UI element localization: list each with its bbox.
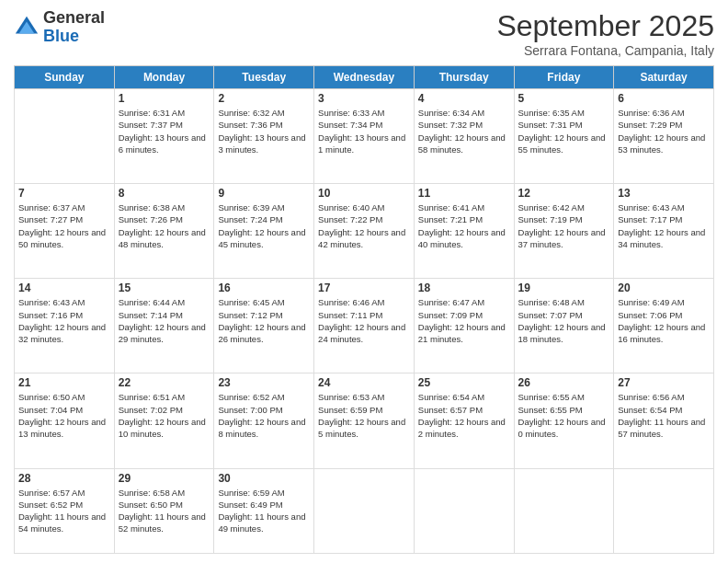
- calendar-cell: 12Sunrise: 6:42 AM Sunset: 7:19 PM Dayli…: [514, 184, 614, 279]
- day-number: 28: [18, 472, 110, 485]
- day-number: 9: [218, 187, 310, 200]
- cell-content: Sunrise: 6:32 AM Sunset: 7:36 PM Dayligh…: [218, 107, 310, 155]
- calendar-table: Sunday Monday Tuesday Wednesday Thursday…: [14, 65, 714, 554]
- calendar-cell: 18Sunrise: 6:47 AM Sunset: 7:09 PM Dayli…: [414, 279, 514, 373]
- cell-content: Sunrise: 6:54 AM Sunset: 6:57 PM Dayligh…: [418, 391, 510, 440]
- logo-text: General Blue: [43, 9, 105, 46]
- day-number: 22: [119, 376, 210, 389]
- calendar-cell: 2Sunrise: 6:32 AM Sunset: 7:36 PM Daylig…: [214, 89, 314, 184]
- cell-content: Sunrise: 6:57 AM Sunset: 6:52 PM Dayligh…: [18, 487, 110, 535]
- col-wednesday: Wednesday: [314, 66, 415, 89]
- day-number: 2: [218, 92, 310, 105]
- calendar-cell: 8Sunrise: 6:38 AM Sunset: 7:26 PM Daylig…: [114, 184, 214, 279]
- day-number: 6: [618, 92, 710, 105]
- page: General Blue September 2025 Serrara Font…: [0, 0, 728, 563]
- calendar-cell: 17Sunrise: 6:46 AM Sunset: 7:11 PM Dayli…: [314, 279, 415, 373]
- day-number: 16: [218, 282, 310, 294]
- cell-content: Sunrise: 6:52 AM Sunset: 7:00 PM Dayligh…: [218, 391, 310, 440]
- calendar-cell: 13Sunrise: 6:43 AM Sunset: 7:17 PM Dayli…: [614, 184, 714, 279]
- day-number: 24: [318, 376, 410, 389]
- calendar-cell: 11Sunrise: 6:41 AM Sunset: 7:21 PM Dayli…: [414, 184, 514, 279]
- day-number: 7: [18, 187, 110, 200]
- day-number: 20: [618, 282, 710, 294]
- calendar-cell: 26Sunrise: 6:55 AM Sunset: 6:55 PM Dayli…: [514, 373, 614, 468]
- day-number: 8: [119, 187, 210, 200]
- cell-content: Sunrise: 6:38 AM Sunset: 7:26 PM Dayligh…: [119, 201, 210, 250]
- calendar-cell: 21Sunrise: 6:50 AM Sunset: 7:04 PM Dayli…: [15, 373, 115, 468]
- cell-content: Sunrise: 6:35 AM Sunset: 7:31 PM Dayligh…: [518, 107, 610, 155]
- calendar-cell: 29Sunrise: 6:58 AM Sunset: 6:50 PM Dayli…: [114, 468, 214, 554]
- cell-content: Sunrise: 6:53 AM Sunset: 6:59 PM Dayligh…: [318, 391, 410, 440]
- col-tuesday: Tuesday: [214, 66, 314, 89]
- day-number: 15: [119, 282, 210, 294]
- calendar-cell: 7Sunrise: 6:37 AM Sunset: 7:27 PM Daylig…: [15, 184, 115, 279]
- calendar-cell: 16Sunrise: 6:45 AM Sunset: 7:12 PM Dayli…: [214, 279, 314, 373]
- day-number: 3: [318, 92, 410, 105]
- calendar-cell: 10Sunrise: 6:40 AM Sunset: 7:22 PM Dayli…: [314, 184, 415, 279]
- logo-general: General: [43, 8, 105, 27]
- calendar-cell: [314, 468, 415, 554]
- cell-content: Sunrise: 6:44 AM Sunset: 7:14 PM Dayligh…: [119, 296, 210, 345]
- cell-content: Sunrise: 6:47 AM Sunset: 7:09 PM Dayligh…: [418, 296, 510, 345]
- cell-content: Sunrise: 6:48 AM Sunset: 7:07 PM Dayligh…: [518, 296, 610, 345]
- calendar-cell: 19Sunrise: 6:48 AM Sunset: 7:07 PM Dayli…: [514, 279, 614, 373]
- logo: General Blue: [14, 9, 105, 46]
- cell-content: Sunrise: 6:46 AM Sunset: 7:11 PM Dayligh…: [318, 296, 410, 345]
- cell-content: Sunrise: 6:39 AM Sunset: 7:24 PM Dayligh…: [218, 201, 310, 250]
- day-number: 18: [418, 282, 510, 294]
- calendar-cell: 5Sunrise: 6:35 AM Sunset: 7:31 PM Daylig…: [514, 89, 614, 184]
- calendar-week-2: 14Sunrise: 6:43 AM Sunset: 7:16 PM Dayli…: [15, 279, 714, 373]
- calendar-week-4: 28Sunrise: 6:57 AM Sunset: 6:52 PM Dayli…: [15, 468, 714, 554]
- cell-content: Sunrise: 6:50 AM Sunset: 7:04 PM Dayligh…: [18, 391, 110, 440]
- day-number: 26: [518, 376, 610, 389]
- day-number: 21: [18, 376, 110, 389]
- day-number: 29: [119, 472, 210, 485]
- calendar-week-0: 1Sunrise: 6:31 AM Sunset: 7:37 PM Daylig…: [15, 89, 714, 184]
- cell-content: Sunrise: 6:58 AM Sunset: 6:50 PM Dayligh…: [119, 487, 210, 535]
- cell-content: Sunrise: 6:33 AM Sunset: 7:34 PM Dayligh…: [318, 107, 410, 155]
- calendar-cell: 9Sunrise: 6:39 AM Sunset: 7:24 PM Daylig…: [214, 184, 314, 279]
- cell-content: Sunrise: 6:37 AM Sunset: 7:27 PM Dayligh…: [18, 201, 110, 250]
- col-thursday: Thursday: [414, 66, 514, 89]
- calendar-week-3: 21Sunrise: 6:50 AM Sunset: 7:04 PM Dayli…: [15, 373, 714, 468]
- day-number: 10: [318, 187, 410, 200]
- calendar-cell: 20Sunrise: 6:49 AM Sunset: 7:06 PM Dayli…: [614, 279, 714, 373]
- day-number: 27: [618, 376, 710, 389]
- calendar-cell: 15Sunrise: 6:44 AM Sunset: 7:14 PM Dayli…: [114, 279, 214, 373]
- day-number: 23: [218, 376, 310, 389]
- col-monday: Monday: [114, 66, 214, 89]
- day-number: 19: [518, 282, 610, 294]
- col-friday: Friday: [514, 66, 614, 89]
- subtitle: Serrara Fontana, Campania, Italy: [496, 43, 714, 58]
- month-title: September 2025: [496, 9, 714, 43]
- cell-content: Sunrise: 6:42 AM Sunset: 7:19 PM Dayligh…: [518, 201, 610, 250]
- day-number: 4: [418, 92, 510, 105]
- calendar-cell: 22Sunrise: 6:51 AM Sunset: 7:02 PM Dayli…: [114, 373, 214, 468]
- day-number: 13: [618, 187, 710, 200]
- calendar-cell: 30Sunrise: 6:59 AM Sunset: 6:49 PM Dayli…: [214, 468, 314, 554]
- calendar-cell: [514, 468, 614, 554]
- calendar-cell: [414, 468, 514, 554]
- day-number: 11: [418, 187, 510, 200]
- cell-content: Sunrise: 6:43 AM Sunset: 7:16 PM Dayligh…: [18, 296, 110, 345]
- cell-content: Sunrise: 6:41 AM Sunset: 7:21 PM Dayligh…: [418, 201, 510, 250]
- cell-content: Sunrise: 6:56 AM Sunset: 6:54 PM Dayligh…: [618, 391, 710, 440]
- cell-content: Sunrise: 6:40 AM Sunset: 7:22 PM Dayligh…: [318, 201, 410, 250]
- cell-content: Sunrise: 6:36 AM Sunset: 7:29 PM Dayligh…: [618, 107, 710, 155]
- day-number: 5: [518, 92, 610, 105]
- calendar-cell: 28Sunrise: 6:57 AM Sunset: 6:52 PM Dayli…: [15, 468, 115, 554]
- cell-content: Sunrise: 6:34 AM Sunset: 7:32 PM Dayligh…: [418, 107, 510, 155]
- col-sunday: Sunday: [15, 66, 115, 89]
- cell-content: Sunrise: 6:45 AM Sunset: 7:12 PM Dayligh…: [218, 296, 310, 345]
- day-number: 12: [518, 187, 610, 200]
- calendar-cell: 14Sunrise: 6:43 AM Sunset: 7:16 PM Dayli…: [15, 279, 115, 373]
- day-number: 1: [119, 92, 210, 105]
- calendar-cell: 25Sunrise: 6:54 AM Sunset: 6:57 PM Dayli…: [414, 373, 514, 468]
- calendar-cell: [614, 468, 714, 554]
- title-area: September 2025 Serrara Fontana, Campania…: [496, 9, 714, 58]
- calendar-cell: 27Sunrise: 6:56 AM Sunset: 6:54 PM Dayli…: [614, 373, 714, 468]
- cell-content: Sunrise: 6:49 AM Sunset: 7:06 PM Dayligh…: [618, 296, 710, 345]
- calendar-week-1: 7Sunrise: 6:37 AM Sunset: 7:27 PM Daylig…: [15, 184, 714, 279]
- cell-content: Sunrise: 6:55 AM Sunset: 6:55 PM Dayligh…: [518, 391, 610, 440]
- cell-content: Sunrise: 6:51 AM Sunset: 7:02 PM Dayligh…: [119, 391, 210, 440]
